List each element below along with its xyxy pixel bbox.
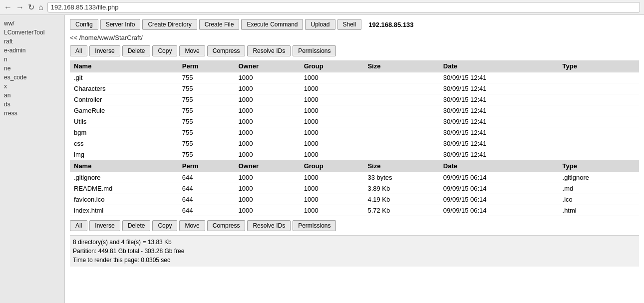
dir-group: 1000 xyxy=(300,72,364,83)
sidebar-item-eadmin[interactable]: e-admin xyxy=(2,46,62,55)
dir-owner: 1000 xyxy=(235,72,300,83)
inverse-button-top[interactable]: Inverse xyxy=(89,45,120,56)
table-row[interactable]: GameRule 755 1000 1000 30/09/15 12:41 xyxy=(70,105,639,116)
col-type-dir: Type xyxy=(559,60,639,72)
refresh-icon[interactable]: ↻ xyxy=(28,2,34,12)
file-size: 33 bytes xyxy=(363,172,439,183)
table-row[interactable]: .gitignore 644 1000 1000 33 bytes 09/09/… xyxy=(70,172,639,183)
move-button-bottom[interactable]: Move xyxy=(179,220,205,231)
execute-command-button[interactable]: Execute Command xyxy=(241,19,303,30)
dir-date: 30/09/15 12:41 xyxy=(439,138,559,149)
file-owner: 1000 xyxy=(235,172,300,183)
move-button-top[interactable]: Move xyxy=(179,45,205,56)
bottom-action-bar: All Inverse Delete Copy Move Compress Re… xyxy=(70,220,639,231)
dir-name: css xyxy=(70,138,178,149)
copy-button-bottom[interactable]: Copy xyxy=(152,220,177,231)
all-button-top[interactable]: All xyxy=(70,45,87,56)
sidebar-item-x[interactable]: x xyxy=(2,82,62,91)
table-row[interactable]: css 755 1000 1000 30/09/15 12:41 xyxy=(70,138,639,149)
resolve-ids-button-top[interactable]: Resolve IDs xyxy=(247,45,291,56)
ip-label: 192.168.85.133 xyxy=(363,19,418,30)
sidebar-item-ww[interactable]: ww/ xyxy=(2,19,62,28)
back-icon[interactable]: ← xyxy=(4,3,12,12)
sidebar-item-n[interactable]: n xyxy=(2,55,62,64)
dir-perm: 755 xyxy=(178,116,235,127)
sidebar-item-lconvertertool[interactable]: LConverterTool xyxy=(2,28,62,37)
table-row[interactable]: favicon.ico 644 1000 1000 4.19 Kb 09/09/… xyxy=(70,194,639,205)
inverse-button-bottom[interactable]: Inverse xyxy=(89,220,120,231)
dir-name: Utils xyxy=(70,116,178,127)
dir-group: 1000 xyxy=(300,138,364,149)
dir-size xyxy=(363,149,439,160)
dir-owner: 1000 xyxy=(235,116,300,127)
dir-type xyxy=(559,83,639,94)
table-row[interactable]: Characters 755 1000 1000 30/09/15 12:41 xyxy=(70,83,639,94)
permissions-button-bottom[interactable]: Permissions xyxy=(293,220,336,231)
col-date-file: Date xyxy=(439,160,559,172)
file-name: .gitignore xyxy=(70,172,178,183)
resolve-ids-button-bottom[interactable]: Resolve IDs xyxy=(247,220,291,231)
dir-type xyxy=(559,105,639,116)
dir-owner: 1000 xyxy=(235,105,300,116)
sidebar-item-ds[interactable]: ds xyxy=(2,100,62,109)
dir-perm: 755 xyxy=(178,83,235,94)
config-button[interactable]: Config xyxy=(70,19,98,30)
sidebar: ww/ LConverterTool raft e-admin n ne es_… xyxy=(0,15,65,303)
create-file-button[interactable]: Create File xyxy=(199,19,240,30)
file-date: 09/09/15 06:14 xyxy=(439,205,559,216)
directory-header-row: Name Perm Owner Group Size Date Type xyxy=(70,60,639,72)
table-row[interactable]: Controller 755 1000 1000 30/09/15 12:41 xyxy=(70,94,639,105)
compress-button-bottom[interactable]: Compress xyxy=(207,220,246,231)
dir-name: img xyxy=(70,149,178,160)
sidebar-item-raft[interactable]: raft xyxy=(2,37,62,46)
file-perm: 644 xyxy=(178,205,235,216)
home-icon[interactable]: ⌂ xyxy=(38,3,43,12)
col-size-file: Size xyxy=(363,160,439,172)
compress-button-top[interactable]: Compress xyxy=(207,45,246,56)
shell-button[interactable]: Shell xyxy=(337,19,362,30)
dir-owner: 1000 xyxy=(235,138,300,149)
file-perm: 644 xyxy=(178,183,235,194)
all-button-bottom[interactable]: All xyxy=(70,220,87,231)
table-row[interactable]: bgm 755 1000 1000 30/09/15 12:41 xyxy=(70,127,639,138)
breadcrumb[interactable]: << /home/www/StarCraft/ xyxy=(70,34,639,41)
col-group-dir: Group xyxy=(300,60,364,72)
dir-owner: 1000 xyxy=(235,83,300,94)
sidebar-item-rress[interactable]: rress xyxy=(2,109,62,118)
copy-button-top[interactable]: Copy xyxy=(152,45,177,56)
sidebar-item-ne[interactable]: ne xyxy=(2,64,62,73)
table-row[interactable]: img 755 1000 1000 30/09/15 12:41 xyxy=(70,149,639,160)
dir-type xyxy=(559,149,639,160)
dir-date: 30/09/15 12:41 xyxy=(439,116,559,127)
forward-icon[interactable]: → xyxy=(16,3,24,12)
create-directory-button[interactable]: Create Directory xyxy=(142,19,197,30)
dir-date: 30/09/15 12:41 xyxy=(439,127,559,138)
file-size: 4.19 Kb xyxy=(363,194,439,205)
col-type-file: Type xyxy=(559,160,639,172)
dir-type xyxy=(559,94,639,105)
url-bar[interactable] xyxy=(47,2,640,12)
sidebar-item-an[interactable]: an xyxy=(2,91,62,100)
file-name: index.html xyxy=(70,205,178,216)
col-group-file: Group xyxy=(300,160,364,172)
dir-group: 1000 xyxy=(300,94,364,105)
dir-size xyxy=(363,105,439,116)
delete-button-top[interactable]: Delete xyxy=(122,45,151,56)
file-type: .gitignore xyxy=(559,172,639,183)
table-row[interactable]: Utils 755 1000 1000 30/09/15 12:41 xyxy=(70,116,639,127)
table-row[interactable]: index.html 644 1000 1000 5.72 Kb 09/09/1… xyxy=(70,205,639,216)
delete-button-bottom[interactable]: Delete xyxy=(122,220,151,231)
col-name-dir: Name xyxy=(70,60,178,72)
dir-perm: 755 xyxy=(178,105,235,116)
dir-perm: 755 xyxy=(178,72,235,83)
permissions-button-top[interactable]: Permissions xyxy=(293,45,336,56)
sidebar-item-escode[interactable]: es_code xyxy=(2,73,62,82)
table-row[interactable]: .git 755 1000 1000 30/09/15 12:41 xyxy=(70,72,639,83)
partition-text: Partition: 449.81 Gb total - 303.28 Gb f… xyxy=(73,247,636,256)
file-type: .md xyxy=(559,183,639,194)
table-row[interactable]: README.md 644 1000 1000 3.89 Kb 09/09/15… xyxy=(70,183,639,194)
file-date: 09/09/15 06:14 xyxy=(439,172,559,183)
top-action-bar: All Inverse Delete Copy Move Compress Re… xyxy=(70,45,639,56)
server-info-button[interactable]: Server Info xyxy=(100,19,141,30)
upload-button[interactable]: Upload xyxy=(305,19,335,30)
